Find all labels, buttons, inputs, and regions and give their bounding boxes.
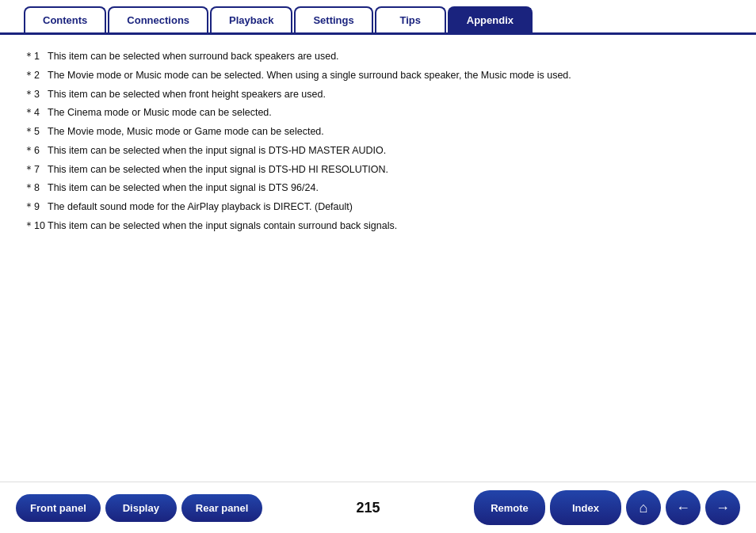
footnote-5: ＊5 The Movie mode, Music mode or Game mo… <box>24 124 732 139</box>
tab-tips[interactable]: Tips <box>375 6 446 32</box>
footnote-9: ＊9 The default sound mode for the AirPla… <box>24 200 732 215</box>
rear-panel-button[interactable]: Rear panel <box>181 494 262 522</box>
footnote-marker-9: ＊9 <box>24 200 48 215</box>
display-button[interactable]: Display <box>105 494 177 522</box>
tab-contents[interactable]: Contents <box>24 6 106 32</box>
back-button[interactable]: ← <box>666 490 701 525</box>
index-button[interactable]: Index <box>550 490 621 525</box>
footnote-2: ＊2 The Movie mode or Music mode can be s… <box>24 68 732 83</box>
tab-settings[interactable]: Settings <box>294 6 372 32</box>
main-content: ＊1 This item can be selected when surrou… <box>0 35 756 482</box>
footnote-10: ＊10 This item can be selected when the i… <box>24 219 732 234</box>
home-icon: ⌂ <box>640 500 648 516</box>
footnote-marker-5: ＊5 <box>24 124 48 139</box>
footnote-text-3: This item can be selected when front hei… <box>48 87 732 102</box>
footnote-text-2: The Movie mode or Music mode can be sele… <box>48 68 732 83</box>
footnote-text-10: This item can be selected when the input… <box>48 219 732 234</box>
footnote-text-5: The Movie mode, Music mode or Game mode … <box>48 124 732 139</box>
footnote-marker-3: ＊3 <box>24 87 48 102</box>
footer-right-area: Remote Index ⌂ ← → <box>474 490 740 525</box>
footnote-7: ＊7 This item can be selected when the in… <box>24 162 732 177</box>
footnote-marker-8: ＊8 <box>24 181 48 196</box>
footnote-marker-2: ＊2 <box>24 68 48 83</box>
tab-appendix[interactable]: Appendix <box>448 6 533 32</box>
remote-button[interactable]: Remote <box>474 490 545 525</box>
tab-bar: Contents Connections Playback Settings T… <box>0 0 756 35</box>
tab-connections[interactable]: Connections <box>108 6 208 32</box>
forward-icon: → <box>716 500 730 516</box>
footnote-text-4: The Cinema mode or Music mode can be sel… <box>48 105 732 120</box>
page-number: 215 <box>349 500 388 516</box>
footer-left-buttons: Front panel Display Rear panel <box>16 494 262 522</box>
footnote-4: ＊4 The Cinema mode or Music mode can be … <box>24 105 732 120</box>
front-panel-button[interactable]: Front panel <box>16 494 101 522</box>
footnote-3: ＊3 This item can be selected when front … <box>24 87 732 102</box>
footnote-text-8: This item can be selected when the input… <box>48 181 732 196</box>
footnote-6: ＊6 This item can be selected when the in… <box>24 143 732 158</box>
footnote-marker-4: ＊4 <box>24 105 48 120</box>
footnote-1: ＊1 This item can be selected when surrou… <box>24 49 732 64</box>
footnote-8: ＊8 This item can be selected when the in… <box>24 181 732 196</box>
forward-button[interactable]: → <box>705 490 740 525</box>
footnote-marker-1: ＊1 <box>24 49 48 64</box>
footnote-text-9: The default sound mode for the AirPlay p… <box>48 200 732 215</box>
home-button[interactable]: ⌂ <box>626 490 661 525</box>
footnote-text-6: This item can be selected when the input… <box>48 143 732 158</box>
footnote-marker-6: ＊6 <box>24 143 48 158</box>
back-icon: ← <box>676 500 690 516</box>
footnote-marker-7: ＊7 <box>24 162 48 177</box>
footnote-text-7: This item can be selected when the input… <box>48 162 732 177</box>
footnote-marker-10: ＊10 <box>24 219 48 234</box>
footnote-text-1: This item can be selected when surround … <box>48 49 732 64</box>
tab-playback[interactable]: Playback <box>210 6 292 32</box>
footer: Front panel Display Rear panel 215 Remot… <box>0 482 756 533</box>
